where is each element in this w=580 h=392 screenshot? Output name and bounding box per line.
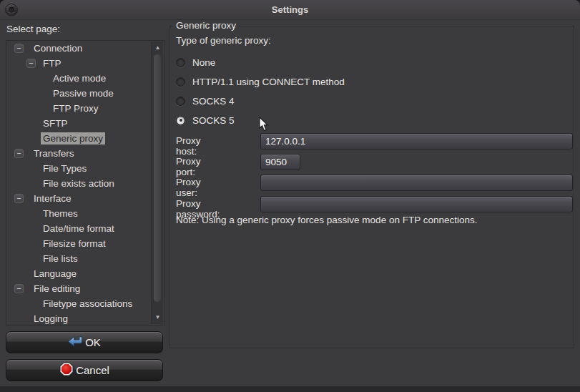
generic-proxy-group: Generic proxy Type of generic proxy: Non…: [169, 26, 574, 348]
cancel-button[interactable]: Cancel: [6, 359, 163, 381]
proxy-port-input[interactable]: [260, 154, 300, 170]
tree-scrollbar[interactable]: ▲ ▼: [151, 41, 163, 324]
tree-item-language[interactable]: Language: [6, 266, 164, 281]
proxy-user-label: Proxy user:: [176, 177, 201, 198]
tree-item-transfers[interactable]: − Transfers: [6, 146, 164, 161]
tree-item-file-types[interactable]: File Types: [6, 161, 164, 176]
stop-sign-icon: [59, 362, 74, 378]
tree-item-generic-proxy[interactable]: Generic proxy: [6, 131, 164, 146]
tree-item-file-lists[interactable]: File lists: [6, 251, 164, 266]
enter-arrow-icon: [68, 335, 83, 350]
tree-item-connection[interactable]: − Connection: [6, 41, 164, 56]
tree-item-sftp[interactable]: SFTP: [6, 116, 164, 131]
group-legend: Generic proxy: [173, 20, 239, 31]
tree-item-datetime-format[interactable]: Date/time format: [6, 221, 164, 236]
tree-item-ftp-proxy[interactable]: FTP Proxy: [6, 101, 164, 116]
ok-button-label: OK: [85, 336, 101, 348]
scroll-up-icon[interactable]: ▲: [152, 43, 164, 53]
proxy-host-label: Proxy host:: [176, 135, 201, 157]
mouse-cursor-icon: [259, 117, 269, 132]
tree-item-filetype-associations[interactable]: Filetype associations: [6, 296, 164, 311]
tree-item-filesize-format[interactable]: Filesize format: [6, 236, 164, 251]
proxy-note: Note: Using a generic proxy forces passi…: [176, 215, 477, 225]
tree-item-file-exists-action[interactable]: File exists action: [6, 176, 164, 191]
cancel-button-label: Cancel: [76, 364, 109, 376]
proxy-user-input[interactable]: [260, 175, 573, 191]
page-tree: − Connection − FTP Active mode Passive m…: [6, 40, 164, 325]
tree-item-logging[interactable]: Logging: [6, 311, 164, 325]
radio-icon[interactable]: [176, 77, 185, 87]
proxy-host-input[interactable]: [260, 133, 573, 150]
tree-item-active-mode[interactable]: Active mode: [6, 71, 164, 86]
collapse-icon[interactable]: −: [14, 44, 24, 53]
window-title: Settings: [0, 0, 580, 20]
select-page-label: Select page:: [6, 24, 60, 34]
proxy-port-label: Proxy port:: [176, 156, 201, 177]
collapse-icon[interactable]: −: [14, 149, 24, 158]
tree-item-file-editing[interactable]: − File editing: [6, 281, 164, 296]
proxy-password-input[interactable]: [260, 196, 573, 212]
scrollbar-thumb[interactable]: [153, 54, 162, 303]
radio-none[interactable]: None: [176, 55, 215, 69]
proxy-type-label: Type of generic proxy:: [176, 35, 271, 46]
tree-item-passive-mode[interactable]: Passive mode: [6, 86, 164, 101]
radio-icon[interactable]: [176, 97, 185, 106]
collapse-icon[interactable]: −: [26, 59, 36, 68]
collapse-icon[interactable]: −: [14, 194, 24, 203]
radio-icon[interactable]: [176, 58, 185, 67]
tree-item-interface[interactable]: − Interface: [6, 191, 164, 206]
close-icon[interactable]: [5, 4, 18, 16]
ok-button[interactable]: OK: [6, 331, 163, 353]
titlebar[interactable]: Settings: [0, 0, 580, 20]
settings-dialog: Settings Select page: − Connection − FTP…: [0, 0, 580, 392]
tree-item-themes[interactable]: Themes: [6, 206, 164, 221]
radio-socks5[interactable]: SOCKS 5: [176, 113, 235, 127]
window-bottom-edge: [0, 386, 580, 392]
collapse-icon[interactable]: −: [14, 284, 24, 293]
radio-http-connect[interactable]: HTTP/1.1 using CONNECT method: [176, 74, 345, 89]
tree-item-ftp[interactable]: − FTP: [6, 56, 164, 71]
radio-checked-icon[interactable]: [176, 116, 185, 125]
scroll-down-icon[interactable]: ▼: [152, 313, 164, 323]
radio-socks4[interactable]: SOCKS 4: [176, 94, 235, 108]
